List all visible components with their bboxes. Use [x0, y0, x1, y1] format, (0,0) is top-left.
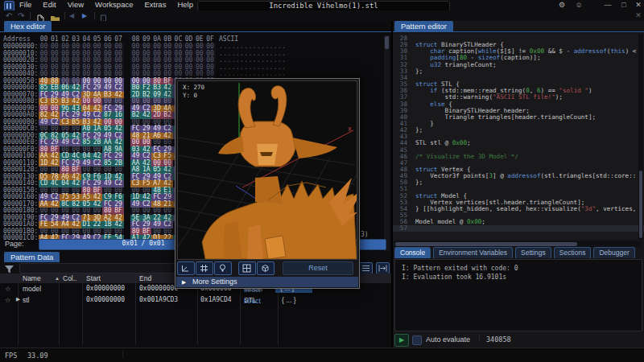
- code-line[interactable]: 46/* Visualize the 3D Model */: [393, 154, 644, 160]
- 3d-viewport[interactable]: x X: 270 Y: 0: [177, 80, 357, 260]
- code-editor[interactable]: 2829struct BinarySTLHeader {30 char capt…: [393, 34, 644, 240]
- tab-environment-variables[interactable]: Environment Variables: [433, 247, 513, 258]
- expand-icon[interactable]: ▶: [16, 296, 20, 302]
- pattern-name: model: [23, 285, 41, 293]
- light-toggle-icon[interactable]: [214, 261, 232, 275]
- redo-icon[interactable]: ↷: [18, 10, 24, 21]
- tab-pattern-editor[interactable]: Pattern editor: [394, 21, 453, 31]
- code-line[interactable]: 41 }: [393, 121, 644, 127]
- pattern-row[interactable]: ☆▶stl0x000000000x001A9CD30x1A9CD4struct …: [0, 295, 391, 306]
- menu-edit[interactable]: Edit: [43, 0, 56, 9]
- menu-extras[interactable]: Extras: [144, 0, 166, 9]
- code-line[interactable]: 54} [[highlight_hidden, sealed, hex::vis…: [393, 206, 644, 212]
- line-number: 57: [393, 225, 407, 232]
- minimize-button[interactable]: —: [602, 0, 613, 10]
- status-bar: FPS 33.09 |: [0, 348, 644, 362]
- code-line[interactable]: 32 u32 triangleCount;: [393, 62, 644, 68]
- code-line[interactable]: 57: [393, 225, 644, 232]
- maximize-button[interactable]: □: [618, 0, 630, 10]
- tab-sections[interactable]: Sections: [554, 247, 592, 258]
- rotation-coords: X: 270 Y: 0: [183, 84, 204, 100]
- column-name[interactable]: Name: [23, 274, 41, 282]
- header-col: 03: [71, 35, 81, 43]
- pattern-start: 0x00000000: [86, 285, 125, 292]
- fps-value: 33.09: [27, 352, 48, 360]
- tab-console[interactable]: Console: [394, 247, 431, 258]
- run-pattern-button[interactable]: ▶: [394, 334, 409, 347]
- code-line[interactable]: 44STL stl @ 0x00;: [393, 140, 644, 146]
- code-text: } [[highlight_hidden, sealed, hex::visua…: [415, 206, 636, 212]
- code-text: u32 triangleCount;: [415, 62, 497, 68]
- evaluation-counter: 340858: [486, 335, 511, 343]
- header-col: 0C: [173, 35, 184, 43]
- tab-pattern-data[interactable]: Pattern Data: [4, 252, 60, 262]
- header-col: 09: [141, 35, 151, 43]
- evaluate-row: ▶ Auto evaluate | 340858: [393, 333, 644, 348]
- header-col: 0E: [194, 35, 204, 43]
- menu-help[interactable]: Help: [177, 0, 193, 9]
- pattern-end: 0x001A9CD3: [139, 296, 178, 303]
- header-address: Address: [3, 35, 31, 43]
- code-text: STL stl @ 0x00;: [415, 140, 471, 146]
- page-label: Page:: [5, 240, 24, 248]
- column-end[interactable]: End: [139, 274, 151, 282]
- auto-evaluate-checkbox[interactable]: [412, 335, 422, 345]
- menu-workspace[interactable]: Workspace: [95, 0, 133, 9]
- code-text: Triangle triangles[header.triangleCount]…: [415, 114, 596, 121]
- gear-icon[interactable]: ⚙: [556, 0, 568, 10]
- tree-rows-icon[interactable]: [359, 262, 373, 274]
- code-line[interactable]: 50};: [393, 179, 644, 186]
- console-line: I: Evaluation took 16.9101s: [402, 274, 506, 281]
- pattern-type: struct STL: [244, 296, 279, 304]
- reset-button[interactable]: Reset: [283, 261, 353, 275]
- toolbar: ↶ ↷ ◀ ▶ ✕: [0, 10, 644, 21]
- horizontal-scrollbar[interactable]: [394, 241, 641, 247]
- menu-view[interactable]: View: [68, 0, 84, 9]
- tab-debugger[interactable]: Debugger: [593, 247, 634, 258]
- header-col: 07: [113, 35, 123, 43]
- header-col: 04: [81, 35, 92, 43]
- fps-label: FPS: [5, 352, 17, 360]
- hex-footer-partial-text: 3): [361, 231, 369, 238]
- auto-evaluate-label: Auto evaluate: [426, 335, 470, 343]
- header-col: 06: [102, 35, 113, 43]
- cube-view-icon[interactable]: [257, 261, 275, 275]
- pane-close-icon[interactable]: ✕: [633, 10, 644, 20]
- back-icon[interactable]: ◀: [69, 10, 74, 21]
- tab-settings[interactable]: Settings: [515, 247, 551, 258]
- header-col: 02: [60, 35, 70, 43]
- column-start[interactable]: Start: [86, 274, 101, 282]
- smiley-icon[interactable]: ☺: [573, 0, 584, 10]
- window-title: Incredible Vihelmo(1).stl: [198, 2, 449, 10]
- undo-icon[interactable]: ↶: [6, 10, 12, 21]
- column-color[interactable]: Col..: [63, 274, 76, 282]
- auto-size-columns-icon[interactable]: [376, 262, 390, 274]
- vertical-scrollbar[interactable]: [638, 34, 643, 240]
- code-line[interactable]: 33};: [393, 68, 644, 75]
- console-line: I: Pattern exited with code: 0: [402, 265, 518, 272]
- x-axis-label: x: [348, 125, 352, 133]
- stl-model: [202, 86, 357, 259]
- code-line[interactable]: 49 Vector3f points[3] @ addressof(stl.tr…: [393, 173, 644, 179]
- close-button[interactable]: ✕: [633, 0, 644, 10]
- code-text: };: [415, 68, 423, 75]
- texture-icon[interactable]: [238, 261, 256, 275]
- favorite-star-icon[interactable]: ☆: [5, 285, 11, 293]
- code-text: };: [415, 127, 423, 134]
- tab-hex-editor[interactable]: Hex editor: [4, 21, 52, 31]
- grid-toggle-icon[interactable]: [196, 261, 213, 275]
- header-col: 01: [49, 35, 60, 43]
- hex-scrollbar[interactable]: [384, 35, 390, 257]
- code-line[interactable]: 56Model model @ 0x00;: [393, 219, 644, 225]
- pattern-value: { ... }: [282, 296, 296, 304]
- header-col: 05: [92, 35, 102, 43]
- favorite-star-icon[interactable]: ☆: [5, 296, 11, 304]
- forward-icon[interactable]: ▶: [82, 10, 87, 21]
- pattern-name: stl: [23, 296, 30, 304]
- code-text: Model model @ 0x00;: [415, 219, 485, 225]
- code-line[interactable]: 42};: [393, 127, 644, 134]
- header-col: 00: [39, 35, 49, 43]
- more-settings-header[interactable]: ▶ More Settings: [176, 277, 358, 287]
- menu-file[interactable]: File: [19, 0, 31, 9]
- axes-toggle-icon[interactable]: [177, 261, 195, 275]
